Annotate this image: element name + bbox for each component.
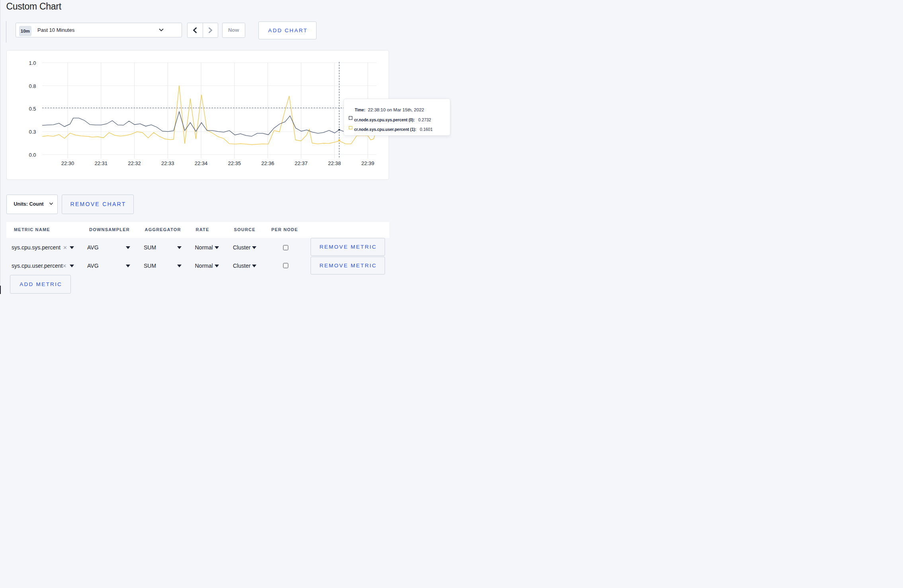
- svg-text:0.5: 0.5: [29, 106, 36, 112]
- svg-text:0.0: 0.0: [29, 152, 36, 158]
- svg-text:22:37: 22:37: [294, 160, 307, 166]
- svg-text:22:39: 22:39: [361, 160, 374, 166]
- svg-text:0.3: 0.3: [29, 129, 36, 135]
- svg-text:22:35: 22:35: [228, 160, 241, 166]
- svg-text:22:33: 22:33: [161, 160, 174, 166]
- svg-text:22:38: 22:38: [328, 160, 341, 166]
- svg-text:22:32: 22:32: [128, 160, 141, 166]
- svg-text:22:31: 22:31: [94, 160, 108, 166]
- svg-text:1.0: 1.0: [29, 60, 36, 66]
- svg-text:0.8: 0.8: [29, 83, 36, 89]
- svg-text:22:30: 22:30: [61, 160, 74, 166]
- svg-text:22:36: 22:36: [261, 160, 274, 166]
- svg-text:22:34: 22:34: [194, 160, 207, 166]
